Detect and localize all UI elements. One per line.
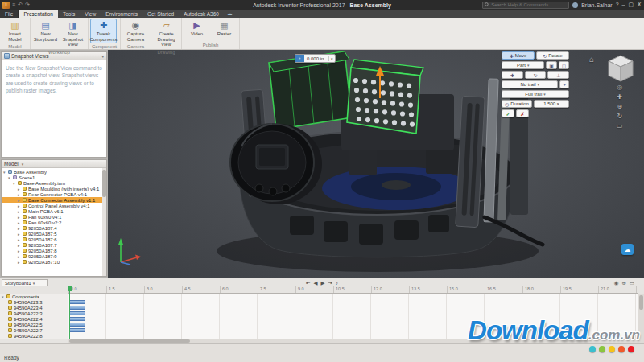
caret-icon[interactable]: ▾	[3, 170, 6, 175]
duration-input[interactable]: 1.500 s	[534, 100, 569, 108]
help-search[interactable]	[482, 2, 569, 9]
zoom-icon[interactable]: ⊕	[617, 103, 623, 110]
raster-button[interactable]: ▦Raster	[211, 19, 237, 42]
playhead-handle[interactable]	[68, 286, 72, 291]
caret-icon[interactable]: ▸	[18, 226, 21, 231]
tree-item[interactable]: ▸Base Moulding (with inserts) v4:1	[2, 186, 106, 191]
move-button[interactable]: ✚Move	[502, 51, 535, 60]
storyboard-tab[interactable]: Storyboard1 ▾	[2, 279, 48, 286]
tab-view[interactable]: View	[80, 10, 101, 18]
tab-tools[interactable]: Tools	[58, 10, 80, 18]
axis-rotate-button[interactable]: ↻	[525, 71, 547, 79]
tree-scene[interactable]: ▾ Scene1	[2, 175, 106, 180]
caret-icon[interactable]: ▸	[18, 232, 21, 237]
chevron-down-icon[interactable]: ▾	[101, 54, 104, 59]
zoom-timeline-button[interactable]: ⊕	[621, 280, 625, 286]
scrollbar-thumb[interactable]	[639, 295, 643, 310]
chevron-down-icon[interactable]: ▾	[328, 56, 335, 61]
user-avatar[interactable]	[572, 2, 578, 8]
undo-icon[interactable]: ↶	[18, 2, 23, 8]
timeline-item[interactable]: 94590A223:3	[0, 299, 68, 305]
part-dropdown[interactable]: Part▾	[502, 61, 544, 69]
caret-icon[interactable]: ▸	[18, 215, 21, 220]
rotate-button[interactable]: ↻Rotate	[536, 51, 569, 60]
tweak-value-input[interactable]: 0.000 in	[304, 56, 328, 61]
caret-icon[interactable]: ▸	[18, 220, 21, 225]
capture-button[interactable]: ◉	[614, 280, 619, 286]
caret-icon[interactable]: ▸	[18, 187, 21, 191]
timeline-item[interactable]: 94590A222:7	[0, 327, 68, 333]
locate-button[interactable]: ⊥	[547, 71, 569, 79]
chevron-down-icon[interactable]: ▾	[22, 162, 24, 167]
chevron-down-icon[interactable]: ▾	[33, 281, 35, 286]
tab-get-started[interactable]: Get Started	[142, 10, 179, 18]
create-drawing-view-button[interactable]: ▱Create Drawing View	[153, 19, 180, 49]
caret-icon[interactable]: ▸	[18, 260, 21, 265]
tweak-bar[interactable]	[69, 328, 85, 332]
caret-icon[interactable]: ▾	[13, 181, 16, 186]
timeline-item[interactable]: 94590A222:8	[0, 333, 68, 339]
axis-move-button[interactable]: ✚	[502, 71, 523, 79]
timeline-item[interactable]: 94590A222:4	[0, 316, 68, 322]
no-trail-dropdown[interactable]: No trail▾	[502, 80, 558, 88]
skip-end-button[interactable]: ⇥	[328, 280, 332, 286]
redo-icon[interactable]: ↷	[25, 2, 30, 8]
tweak-components-button[interactable]: ✚Tweak Components	[90, 19, 117, 43]
tweak-axis-icon[interactable]: ↕	[295, 55, 304, 62]
components-header[interactable]: ▾ Components	[0, 294, 68, 299]
new-storyboard-button[interactable]: ▤New Storyboard	[32, 19, 59, 49]
orbit-icon[interactable]: ↻	[617, 113, 623, 120]
tree-item[interactable]: ▸92050A187:4	[2, 225, 106, 231]
video-button[interactable]: ▶Video	[184, 19, 210, 42]
view-cube[interactable]	[602, 51, 639, 84]
full-trail-dropdown[interactable]: Full trail▾	[502, 90, 569, 98]
maximize-button[interactable]: ▢	[629, 2, 634, 8]
tree-item[interactable]: ▸92050A187:9	[2, 253, 106, 259]
minimize-button[interactable]: –	[622, 2, 625, 8]
tree-item[interactable]: ▸92050A187:6	[2, 237, 106, 242]
cancel-tweak-button[interactable]: ✗	[516, 109, 529, 117]
app-logo-icon[interactable]: I	[2, 2, 10, 9]
tweak-bar[interactable]	[69, 317, 85, 321]
tree-item[interactable]: ▸Rear Connector PCBA v4:1	[2, 191, 106, 197]
tab-autodesk-a360[interactable]: Autodesk A360	[179, 10, 224, 18]
volume-button[interactable]: ♪	[336, 280, 338, 286]
caret-icon[interactable]: ▸	[18, 243, 21, 248]
tree-item[interactable]: ▸92050A187:10	[2, 259, 106, 265]
home-icon[interactable]: ⌂	[589, 55, 594, 64]
caret-icon[interactable]: ▾	[8, 175, 11, 180]
tree-item[interactable]: ▸Base Connector Assembly v1:1	[2, 197, 106, 203]
tree-item[interactable]: ▸Fan 60x60 v4:1	[2, 214, 106, 220]
caret-icon[interactable]: ▸	[18, 209, 21, 214]
capture-camera-button[interactable]: ◉Capture Camera	[122, 19, 149, 43]
pan-icon[interactable]: ✚	[617, 93, 623, 101]
caret-icon[interactable]: ▸	[18, 254, 21, 259]
timeline-ruler[interactable]: 0.01.53.04.56.07.59.010.512.013.515.016.…	[68, 286, 638, 294]
play-reverse-button[interactable]: ◀	[313, 280, 317, 286]
caret-icon[interactable]: ▸	[18, 192, 21, 197]
menu-icon[interactable]: ≡	[12, 2, 15, 8]
tweak-bar[interactable]	[69, 306, 85, 310]
add-trail-button[interactable]: +	[559, 80, 569, 88]
skip-start-button[interactable]: ⇤	[306, 280, 310, 286]
tree-item[interactable]: ▸92050A187:8	[2, 248, 106, 253]
scrollbar-thumb[interactable]	[69, 339, 190, 343]
look-icon[interactable]: ▭	[617, 122, 623, 130]
insert-model-button[interactable]: ▥Insert Model	[2, 19, 28, 43]
playhead-line[interactable]	[69, 291, 70, 339]
play-button[interactable]: ▶	[320, 280, 324, 286]
timeline-item[interactable]: 94590A223:4	[0, 305, 68, 311]
close-button[interactable]: ✗	[637, 2, 642, 8]
timeline-grid[interactable]	[68, 294, 638, 339]
search-input[interactable]	[491, 2, 567, 7]
tree-assembly[interactable]: ▾ Base Assembly.iam	[2, 180, 106, 186]
tree-item[interactable]: ▸92050A187:7	[2, 242, 106, 248]
scrollbar-thumb[interactable]	[102, 170, 106, 197]
viewport-3d[interactable]: ↕ 0.000 in ▾ ✚Move ↻Rotate Part▾ ▣ ◻ ✚↻⊥…	[108, 50, 644, 278]
user-name[interactable]: Brian.Salhar	[581, 2, 613, 8]
tree-root[interactable]: ▾ Base Assembly	[2, 169, 106, 175]
model-panel-header[interactable]: Model ▾	[2, 160, 106, 168]
model-tree-scrollbar[interactable]	[102, 168, 106, 276]
apply-tweak-button[interactable]: ✓	[502, 109, 514, 117]
caret-icon[interactable]: ▸	[18, 204, 21, 208]
